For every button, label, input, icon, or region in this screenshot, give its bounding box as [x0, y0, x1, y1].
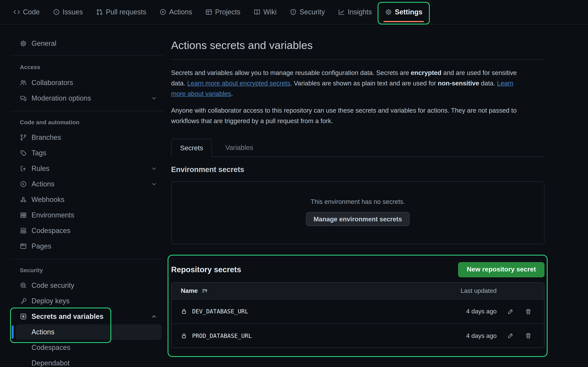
sidebar-divider [10, 259, 163, 259]
sidebar-item-label: Codespaces [32, 227, 70, 235]
secret-last-updated: 4 days ago [450, 308, 497, 315]
link-learn-more-encrypted-secrets[interactable]: Learn more about encrypted secrets [187, 80, 290, 87]
sidebar-item-label: Dependabot [32, 359, 69, 367]
lock-icon [181, 333, 187, 339]
repository-secrets-heading: Repository secrets [171, 265, 241, 274]
nav-tab-label: Issues [63, 8, 83, 16]
sidebar-item-secrets-and-variables[interactable]: Secrets and variables [10, 309, 163, 324]
environment-secrets-heading: Environment secrets [171, 166, 545, 174]
new-repository-secret-button[interactable]: New repository secret [458, 262, 545, 277]
table-icon [205, 8, 212, 16]
repository-secrets-table: Name Last updated DEV_DATABASE_URL 4 day… [171, 283, 545, 348]
sidebar-item-pages[interactable]: Pages [10, 238, 163, 254]
sidebar-item-label: Code security [32, 281, 74, 290]
sidebar-item-label: Environments [32, 211, 74, 219]
manage-environment-secrets-button[interactable]: Manage environment secrets [306, 212, 409, 226]
sidebar-secrets-group: Secrets and variables Actions [10, 309, 163, 340]
sidebar-item-label: General [32, 39, 56, 48]
nav-tab-projects[interactable]: Projects [201, 4, 245, 20]
server-icon [20, 212, 27, 219]
sidebar-item-label: Deploy keys [32, 297, 69, 305]
nav-tab-label: Pull requests [106, 8, 146, 16]
secret-name: DEV_DATABASE_URL [192, 308, 248, 315]
gear-icon [385, 8, 392, 16]
repository-secrets-section: Repository secrets New repository secret… [171, 262, 545, 348]
sort-ascending-icon [202, 288, 208, 294]
people-icon [20, 79, 27, 86]
sidebar-item-deploy-keys[interactable]: Deploy keys [10, 293, 163, 309]
sidebar-item-moderation-options[interactable]: Moderation options [10, 91, 163, 106]
nav-tab-security[interactable]: Security [285, 4, 329, 20]
sidebar-section-security: Security [10, 266, 163, 275]
nav-tab-label: Projects [215, 8, 240, 16]
intro-text: . Variables are shown as plain text and … [290, 80, 438, 87]
sidebar-subitem-dependabot[interactable]: Dependabot [10, 355, 163, 367]
row-actions [497, 308, 544, 315]
repository-secrets-header: Repository secrets New repository secret [171, 262, 545, 277]
git-branch-icon [20, 134, 27, 141]
edit-secret-button[interactable] [507, 333, 514, 339]
intro-text: data. [479, 80, 497, 87]
sidebar-item-label: Webhooks [32, 196, 64, 204]
sidebar-item-rules[interactable]: Rules [10, 161, 163, 176]
webhook-icon [20, 196, 27, 203]
sidebar-item-label: Rules [32, 165, 49, 173]
edit-secret-button[interactable] [507, 308, 514, 315]
environment-empty-text: This environment has no secrets. [311, 198, 405, 206]
nav-tab-insights[interactable]: Insights [333, 4, 376, 20]
sidebar-section-access: Access [10, 63, 163, 72]
nav-tab-wiki[interactable]: Wiki [249, 4, 281, 20]
active-tab-underline [384, 21, 424, 22]
intro-bold-non-sensitive: non-sensitive [438, 80, 479, 87]
sidebar-item-label: Collaborators [32, 79, 73, 87]
browser-icon [20, 243, 27, 250]
pencil-icon [507, 308, 514, 315]
sidebar-item-label: Moderation options [32, 94, 91, 102]
sidebar-item-general[interactable]: General [10, 36, 163, 51]
sidebar-divider [10, 55, 163, 56]
trash-icon [525, 308, 532, 315]
issue-opened-icon [53, 8, 60, 16]
active-item-accent-bar [12, 325, 14, 339]
nav-tab-settings[interactable]: Settings [380, 4, 427, 20]
sidebar-subitem-codespaces[interactable]: Codespaces [10, 340, 163, 355]
settings-sidebar: General Access Collaborators Moderation … [10, 36, 163, 367]
repo-settings-page: Code Issues Pull requests Actions Projec… [0, 0, 588, 367]
sidebar-item-label: Secrets and variables [32, 312, 104, 321]
sidebar-divider [10, 111, 163, 111]
nav-tab-issues[interactable]: Issues [48, 4, 87, 20]
code-icon [13, 8, 20, 16]
comment-discussion-icon [20, 95, 27, 102]
table-header-name[interactable]: Name [181, 288, 450, 295]
gear-icon [20, 40, 27, 47]
sidebar-item-collaborators[interactable]: Collaborators [10, 75, 163, 91]
table-header-last-updated: Last updated [450, 288, 497, 295]
sidebar-item-actions[interactable]: Actions [10, 176, 163, 192]
nav-tab-label: Security [299, 8, 325, 16]
intro-bold-encrypted: encrypted [411, 69, 441, 76]
sidebar-item-branches[interactable]: Branches [10, 130, 163, 145]
sidebar-item-tags[interactable]: Tags [10, 145, 163, 161]
nav-tab-actions[interactable]: Actions [155, 4, 197, 20]
nav-tab-pull-requests[interactable]: Pull requests [91, 4, 151, 20]
nav-tab-code[interactable]: Code [9, 4, 44, 20]
delete-secret-button[interactable] [525, 333, 532, 339]
sidebar-item-code-security[interactable]: Code security [10, 278, 163, 293]
sidebar-item-webhooks[interactable]: Webhooks [10, 192, 163, 207]
sidebar-item-environments[interactable]: Environments [10, 207, 163, 223]
tab-variables[interactable]: Variables [217, 139, 262, 157]
secret-name-cell: DEV_DATABASE_URL [181, 308, 450, 315]
chevron-down-icon [151, 166, 157, 172]
sidebar-item-codespaces[interactable]: Codespaces [10, 223, 163, 238]
title-divider [171, 59, 545, 60]
delete-secret-button[interactable] [525, 308, 532, 315]
main-content: Actions secrets and variables Secrets an… [171, 25, 545, 348]
sidebar-subitem-actions[interactable]: Actions [16, 324, 162, 340]
nav-tab-label: Insights [348, 8, 372, 16]
sidebar-item-label: Actions [32, 328, 54, 336]
book-icon [254, 8, 260, 16]
tab-secrets[interactable]: Secrets [171, 139, 212, 157]
asterisk-box-icon [20, 313, 27, 320]
codespaces-icon [20, 227, 27, 234]
play-icon [20, 181, 27, 188]
